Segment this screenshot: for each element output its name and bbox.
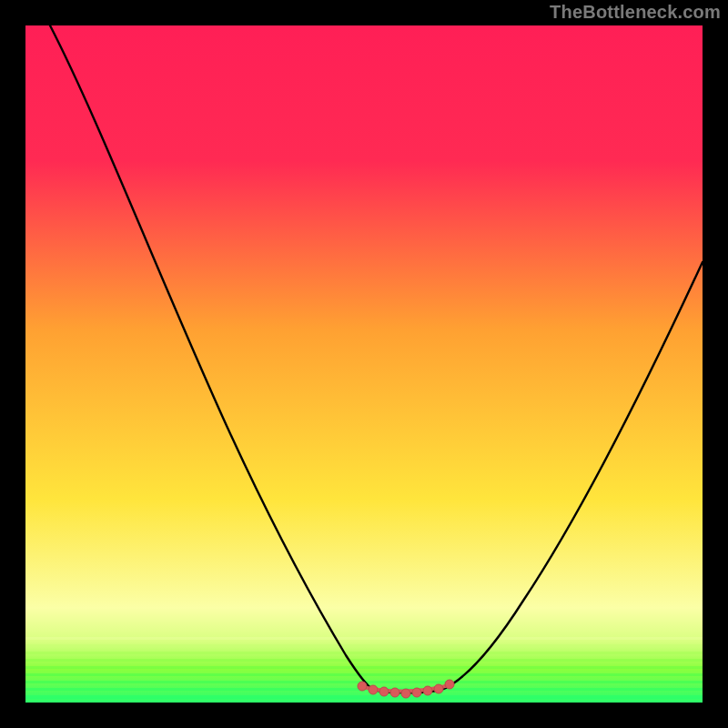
- svg-rect-4: [25, 666, 703, 669]
- watermark-text: TheBottleneck.com: [550, 2, 721, 23]
- svg-rect-8: [25, 695, 703, 699]
- svg-rect-2: [25, 652, 703, 654]
- svg-rect-0: [25, 637, 703, 640]
- heat-gradient-area: [25, 25, 703, 703]
- svg-rect-3: [25, 659, 703, 662]
- chart-stage: TheBottleneck.com: [0, 0, 728, 728]
- svg-rect-5: [25, 673, 703, 676]
- chart-svg: [0, 0, 728, 728]
- svg-rect-1: [25, 644, 703, 647]
